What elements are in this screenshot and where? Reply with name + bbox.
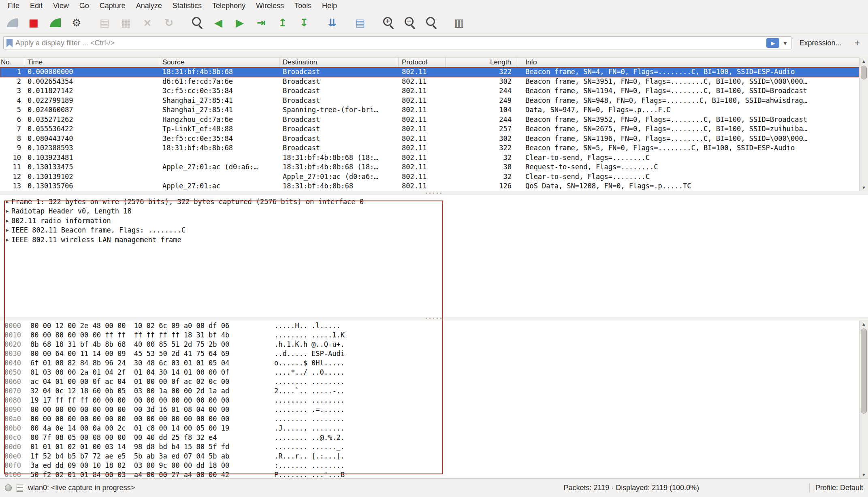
menu-analyze[interactable]: Analyze [131, 0, 167, 11]
hex-row[interactable]: 0050 01 03 00 00 2a 01 04 2f 01 04 30 14… [4, 368, 859, 377]
col-info[interactable]: Info [516, 58, 859, 67]
open-capture-button[interactable]: ▤ [95, 14, 114, 32]
menu-go[interactable]: Go [74, 0, 94, 11]
packet-row[interactable]: 8 0.080443740 3e:f5:cc:0e:35:84 Broadcas… [0, 134, 859, 144]
packet-row[interactable]: 2 0.002654354 d6:61:fe:cd:7a:6e Broadcas… [0, 77, 859, 87]
packet-row[interactable]: 3 0.011827142 3c:f5:cc:0e:35:84 Broadcas… [0, 86, 859, 96]
detail-row[interactable]: ▶ Radiotap Header v0, Length 18 [3, 207, 868, 216]
hex-row[interactable]: 00e0 1f 52 b4 b5 b7 72 ae e5 5b ab 3a ed… [4, 452, 859, 461]
stop-capture-button[interactable]: ■ [24, 14, 43, 32]
expander-icon[interactable]: ▶ [3, 227, 11, 233]
filter-dropdown-caret-icon[interactable]: ▾ [782, 39, 788, 47]
hex-row[interactable]: 0020 8b 68 18 31 bf 4b 8b 68 40 00 85 51… [4, 340, 859, 349]
save-capture-button[interactable]: ▦ [116, 14, 136, 32]
first-packet-button[interactable]: ↥ [273, 14, 292, 32]
reload-capture-button[interactable]: ↻ [159, 14, 179, 32]
add-filter-button[interactable]: + [850, 38, 865, 49]
detail-row[interactable]: ▶ Frame 1: 322 bytes on wire (2576 bits)… [3, 197, 868, 207]
scrollbar-thumb[interactable] [861, 328, 867, 414]
detail-row[interactable]: ▶ IEEE 802.11 Beacon frame, Flags: .....… [3, 226, 868, 235]
hex-row[interactable]: 0010 00 00 80 00 00 00 ff ff ff ff ff ff… [4, 331, 859, 340]
colorize-button[interactable]: ▤ [350, 14, 370, 32]
capture-comment-button[interactable] [17, 484, 23, 492]
close-capture-button[interactable]: × [138, 14, 157, 32]
zoom-out-button[interactable]: − [400, 14, 419, 32]
menu-capture[interactable]: Capture [94, 0, 131, 11]
scroll-up-icon[interactable]: ▲ [859, 58, 868, 65]
hex-row[interactable]: 00a0 00 00 00 00 00 00 00 00 00 00 00 00… [4, 414, 859, 424]
scroll-down-icon[interactable]: ▼ [859, 471, 868, 478]
pane-splitter[interactable] [0, 191, 868, 195]
hex-row[interactable]: 0030 00 00 64 00 11 14 00 09 45 53 50 2d… [4, 349, 859, 358]
menu-telephony[interactable]: Telephony [207, 0, 251, 11]
cell-info: Beacon frame, SN=948, FN=0, Flags=......… [516, 96, 859, 106]
expert-info-button[interactable] [5, 484, 12, 491]
zoom-in-button[interactable]: + [378, 14, 398, 32]
scroll-down-icon[interactable]: ▼ [859, 184, 868, 191]
menu-edit[interactable]: Edit [25, 0, 48, 11]
autoscroll-button[interactable]: ⇊ [322, 14, 342, 32]
col-source[interactable]: Source [159, 58, 279, 67]
menu-help[interactable]: Help [317, 0, 342, 11]
hex-row[interactable]: 0060 ac 04 01 00 00 0f ac 04 01 00 00 0f… [4, 377, 859, 386]
profile-button[interactable]: Profile: Default [809, 484, 863, 492]
expression-button[interactable]: Expression... [795, 39, 847, 47]
hex-row[interactable]: 0040 6f 01 08 82 84 8b 96 24 30 48 6c 03… [4, 358, 859, 368]
menu-tools[interactable]: Tools [289, 0, 317, 11]
packet-row[interactable]: 11 0.130133475 Apple_27:01:ac (d0:a6:… 1… [0, 162, 859, 172]
capture-options-button[interactable]: ⚙ [67, 14, 86, 32]
expander-icon[interactable]: ▶ [3, 199, 11, 205]
bytes-scrollbar[interactable]: ▲ ▼ [859, 320, 868, 478]
col-no[interactable]: No. [0, 58, 24, 67]
packet-row[interactable]: 6 0.035271262 Hangzhou_cd:7a:6e Broadcas… [0, 115, 859, 125]
menu-statistics[interactable]: Statistics [167, 0, 207, 11]
packet-row[interactable]: 1 0.000000000 18:31:bf:4b:8b:68 Broadcas… [0, 67, 859, 77]
scrollbar-thumb[interactable] [861, 66, 867, 79]
last-packet-button[interactable]: ↧ [294, 14, 314, 32]
find-packet-button[interactable] [187, 14, 207, 32]
hex-row[interactable]: 00c0 00 7f 08 05 00 08 00 00 00 40 dd 25… [4, 433, 859, 442]
filter-apply-icon[interactable]: ▶ [766, 38, 779, 48]
resize-columns-button[interactable]: ▥ [449, 14, 469, 32]
previous-packet-button[interactable]: ◀ [209, 14, 228, 32]
start-capture-button[interactable] [2, 14, 22, 32]
expander-icon[interactable]: ▶ [3, 208, 11, 214]
filter-bookmark-icon[interactable] [6, 39, 13, 47]
col-length[interactable]: Length [446, 58, 516, 67]
expander-icon[interactable]: ▶ [3, 237, 11, 243]
menu-file[interactable]: File [2, 0, 25, 11]
hex-row[interactable]: 00b0 00 4a 0e 14 00 0a 00 2c 01 c8 00 14… [4, 424, 859, 433]
zoom-100-button[interactable] [421, 14, 441, 32]
col-protocol[interactable]: Protocol [399, 58, 446, 67]
hex-row[interactable]: 00d0 01 01 01 02 01 00 03 14 98 d8 bd b4… [4, 442, 859, 452]
hex-row[interactable]: 0090 00 00 00 00 00 00 00 00 00 3d 16 01… [4, 405, 859, 414]
col-destination[interactable]: Destination [279, 58, 399, 67]
hex-row[interactable]: 0100 50 f2 02 01 01 84 00 03 a4 00 00 27… [4, 470, 859, 478]
packet-row[interactable]: 13 0.130135706 Apple_27:01:ac 18:31:bf:4… [0, 181, 859, 191]
hex-row[interactable]: 0080 19 17 ff ff ff 00 00 00 00 00 00 00… [4, 396, 859, 405]
display-filter-input[interactable] [15, 39, 763, 47]
hex-row[interactable]: 0070 32 04 0c 12 18 60 0b 05 03 00 1a 00… [4, 386, 859, 396]
toolbar-icon [48, 16, 62, 30]
packet-row[interactable]: 4 0.022799189 Shanghai_27:85:41 Broadcas… [0, 96, 859, 106]
goto-packet-button[interactable]: ⇥ [252, 14, 271, 32]
restart-capture-button[interactable] [45, 14, 65, 32]
packet-row[interactable]: 9 0.102388593 18:31:bf:4b:8b:68 Broadcas… [0, 143, 859, 153]
display-filter-bar[interactable]: ▶ ▾ [3, 36, 791, 49]
pane-splitter[interactable] [0, 317, 868, 320]
packet-row[interactable]: 12 0.130139102 Apple_27:01:ac (d0:a6:… 8… [0, 172, 859, 182]
col-time[interactable]: Time [24, 58, 159, 67]
detail-row[interactable]: ▶ IEEE 802.11 wireless LAN management fr… [3, 235, 868, 245]
scroll-up-icon[interactable]: ▲ [859, 320, 868, 328]
menu-view[interactable]: View [48, 0, 74, 11]
packet-list-scrollbar[interactable]: ▲ ▼ [859, 58, 868, 191]
detail-row[interactable]: ▶ 802.11 radio information [3, 216, 868, 226]
hex-row[interactable]: 00f0 3a ed dd 09 00 10 18 02 03 00 9c 00… [4, 461, 859, 470]
next-packet-button[interactable]: ▶ [230, 14, 250, 32]
menu-wireless[interactable]: Wireless [251, 0, 289, 11]
packet-row[interactable]: 7 0.055536422 Tp-LinkT_ef:48:88 Broadcas… [0, 124, 859, 134]
hex-row[interactable]: 0000 00 00 12 00 2e 48 00 00 10 02 6c 09… [4, 321, 859, 331]
expander-icon[interactable]: ▶ [3, 218, 11, 224]
packet-row[interactable]: 10 0.103923481 18:31:bf:4b:8b:68 (18:… 8… [0, 153, 859, 163]
packet-row[interactable]: 5 0.024060087 Shanghai_27:85:41 Spanning… [0, 105, 859, 115]
